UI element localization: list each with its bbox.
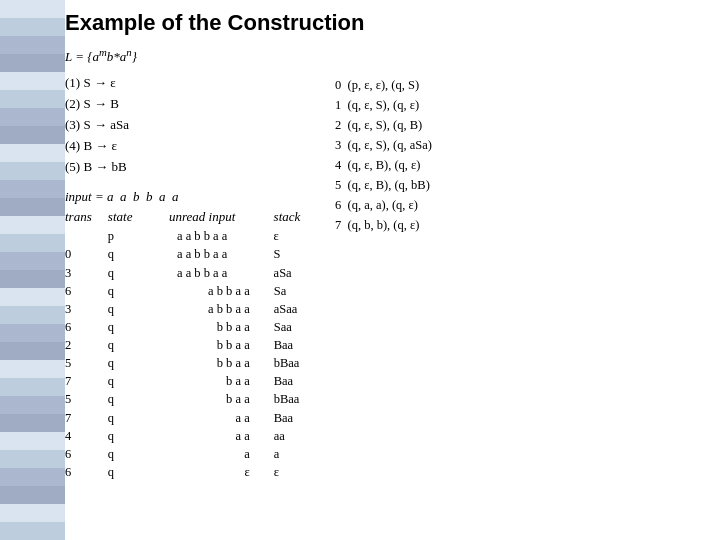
table-row: 3 q a a b b a a aSa (65, 264, 325, 282)
table-row: 0 q a a b b a a S (65, 245, 325, 263)
table-row: 7 q b a a Baa (65, 372, 325, 390)
table-row: 3 q a b b a a aSaa (65, 300, 325, 318)
table-row: 5 q b b a a bBaa (65, 354, 325, 372)
table-row: 2 q b b a a Baa (65, 336, 325, 354)
table-row: 5 q b a a bBaa (65, 390, 325, 408)
col-header-state: state (108, 209, 151, 225)
derivations-list: 0 (p, ε, ε), (q, S) 1 (q, ε, S), (q, ε) … (335, 75, 715, 235)
col-header-trans: trans (65, 209, 108, 225)
decorative-border (0, 0, 65, 540)
table-row: 6 q a b b a a Sa (65, 282, 325, 300)
grammar-rules: (1) S → ε (2) S → B (3) S → aSa (4) B → … (65, 73, 325, 177)
table-row: 7 q a a Baa (65, 409, 325, 427)
table-body: p a a b b a a ε 0 q a a b b a a S 3 q a … (65, 227, 325, 481)
col-header-stack: stack (254, 209, 325, 225)
table-row: 4 q a a aa (65, 427, 325, 445)
page-title: Example of the Construction (65, 10, 715, 36)
col-header-unread: unread input (151, 209, 254, 225)
table-row: 6 q b b a a Saa (65, 318, 325, 336)
table-row: 6 q a a (65, 445, 325, 463)
table-row: p a a b b a a ε (65, 227, 325, 245)
input-label: input = a a b b a a (65, 189, 179, 204)
language-definition: L = {amb*an} (65, 46, 715, 65)
input-line: input = a a b b a a (65, 189, 325, 205)
table-header: trans state unread input stack (65, 209, 325, 225)
table-row: 6 q ε ε (65, 463, 325, 481)
star-marker: * (275, 0, 282, 4)
